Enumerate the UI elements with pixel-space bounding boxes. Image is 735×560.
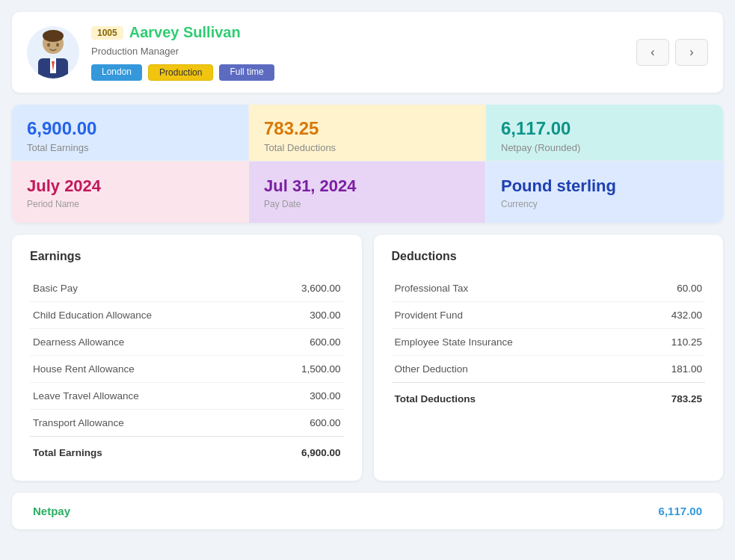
netpay-rounded-value: 6,117.00 <box>501 118 708 139</box>
netpay-value: 6,117.00 <box>659 505 702 517</box>
earnings-row-label: Dearness Allowance <box>30 329 260 356</box>
table-row: Professional Tax 60.00 <box>392 275 706 302</box>
deductions-row-value: 110.25 <box>633 329 705 356</box>
svg-point-6 <box>56 43 59 47</box>
tables-row: Earnings Basic Pay 3,600.00 Child Educat… <box>12 235 723 481</box>
earnings-row-label: Transport Allowance <box>30 410 260 437</box>
deductions-row-value: 432.00 <box>633 302 705 329</box>
total-earnings-value: 6,900.00 <box>27 118 233 139</box>
avatar <box>27 26 79 79</box>
period-bottom: July 2024 Period Name <box>12 161 248 223</box>
stat-col-earnings: 6,900.00 Total Earnings July 2024 Period… <box>12 105 249 223</box>
stat-col-netpay: 6,117.00 Netpay (Rounded) Pound sterling… <box>486 105 723 223</box>
tag-row: London Production Full time <box>91 64 274 81</box>
earnings-title: Earnings <box>30 250 344 263</box>
stat-col-deductions: 783.25 Total Deductions Jul 31, 2024 Pay… <box>249 105 486 223</box>
deductions-total-label: Total Deductions <box>392 383 634 413</box>
deductions-row-label: Employee State Insurance <box>392 329 634 356</box>
earnings-row-value: 600.00 <box>260 329 344 356</box>
total-earnings-label: Total Earnings <box>27 142 233 153</box>
deductions-row-value: 181.00 <box>633 356 705 383</box>
total-earnings-top: 6,900.00 Total Earnings <box>12 105 248 161</box>
nav-buttons: ‹ › <box>636 39 708 66</box>
svg-point-1 <box>43 30 64 42</box>
employee-info: 1005 Aarvey Sullivan Production Manager … <box>91 24 274 81</box>
earnings-total-value: 6,900.00 <box>260 437 344 467</box>
table-row: Transport Allowance 600.00 <box>30 410 344 437</box>
pay-date-label: Pay Date <box>264 199 470 209</box>
deductions-total-value: 783.25 <box>633 383 705 413</box>
earnings-row-value: 300.00 <box>260 302 344 329</box>
header-card: 1005 Aarvey Sullivan Production Manager … <box>12 12 723 93</box>
tag-london: London <box>91 64 142 81</box>
earnings-row-label: Basic Pay <box>30 275 260 302</box>
pay-date-bottom: Jul 31, 2024 Pay Date <box>249 161 485 223</box>
employee-name: Aarvey Sullivan <box>129 24 241 41</box>
tag-fulltime: Full time <box>219 64 274 81</box>
deductions-row-label: Other Deduction <box>392 356 634 383</box>
total-deductions-value: 783.25 <box>264 118 470 139</box>
total-deductions-top: 783.25 Total Deductions <box>249 105 485 161</box>
deductions-row-value: 60.00 <box>633 275 705 302</box>
table-row: Other Deduction 181.00 <box>392 356 706 383</box>
table-row: Provident Fund 432.00 <box>392 302 706 329</box>
deductions-card: Deductions Professional Tax 60.00 Provid… <box>374 235 724 481</box>
earnings-row-value: 300.00 <box>260 383 344 410</box>
netpay-card: Netpay 6,117.00 <box>12 493 723 529</box>
employee-id-badge: 1005 <box>91 26 123 40</box>
total-deductions-label: Total Deductions <box>264 142 470 153</box>
page: 1005 Aarvey Sullivan Production Manager … <box>0 0 735 560</box>
currency-bottom: Pound sterling Currency <box>486 161 723 223</box>
table-row: Basic Pay 3,600.00 <box>30 275 344 302</box>
prev-button[interactable]: ‹ <box>636 39 669 66</box>
earnings-row-label: Leave Travel Allowance <box>30 383 260 410</box>
table-row: Child Education Allowance 300.00 <box>30 302 344 329</box>
deductions-row-label: Professional Tax <box>392 275 634 302</box>
earnings-row-value: 600.00 <box>260 410 344 437</box>
netpay-label: Netpay <box>33 505 70 517</box>
currency-label: Currency <box>501 199 708 209</box>
employee-title: Production Manager <box>91 46 274 57</box>
stats-row: 6,900.00 Total Earnings July 2024 Period… <box>12 105 723 223</box>
table-row: Leave Travel Allowance 300.00 <box>30 383 344 410</box>
earnings-row-label: House Rent Allowance <box>30 356 260 383</box>
deductions-table: Professional Tax 60.00 Provident Fund 43… <box>392 275 706 412</box>
currency-value: Pound sterling <box>501 176 708 196</box>
table-row: House Rent Allowance 1,500.00 <box>30 356 344 383</box>
earnings-row-value: 3,600.00 <box>260 275 344 302</box>
next-button[interactable]: › <box>675 39 708 66</box>
earnings-row-value: 1,500.00 <box>260 356 344 383</box>
svg-point-5 <box>47 43 50 47</box>
table-row: Employee State Insurance 110.25 <box>392 329 706 356</box>
netpay-rounded-top: 6,117.00 Netpay (Rounded) <box>486 105 723 161</box>
earnings-row-label: Child Education Allowance <box>30 302 260 329</box>
earnings-total-label: Total Earnings <box>30 437 260 467</box>
deductions-total-row: Total Deductions 783.25 <box>392 383 706 413</box>
name-row: 1005 Aarvey Sullivan <box>91 24 274 41</box>
earnings-card: Earnings Basic Pay 3,600.00 Child Educat… <box>12 235 362 481</box>
period-label: Period Name <box>27 199 233 209</box>
period-value: July 2024 <box>27 176 233 196</box>
deductions-title: Deductions <box>392 250 706 263</box>
pay-date-value: Jul 31, 2024 <box>264 176 470 196</box>
earnings-total-row: Total Earnings 6,900.00 <box>30 437 344 467</box>
netpay-rounded-label: Netpay (Rounded) <box>501 142 708 153</box>
header-left: 1005 Aarvey Sullivan Production Manager … <box>27 24 274 81</box>
tag-production: Production <box>148 64 213 81</box>
deductions-row-label: Provident Fund <box>392 302 634 329</box>
earnings-table: Basic Pay 3,600.00 Child Education Allow… <box>30 275 344 466</box>
table-row: Dearness Allowance 600.00 <box>30 329 344 356</box>
